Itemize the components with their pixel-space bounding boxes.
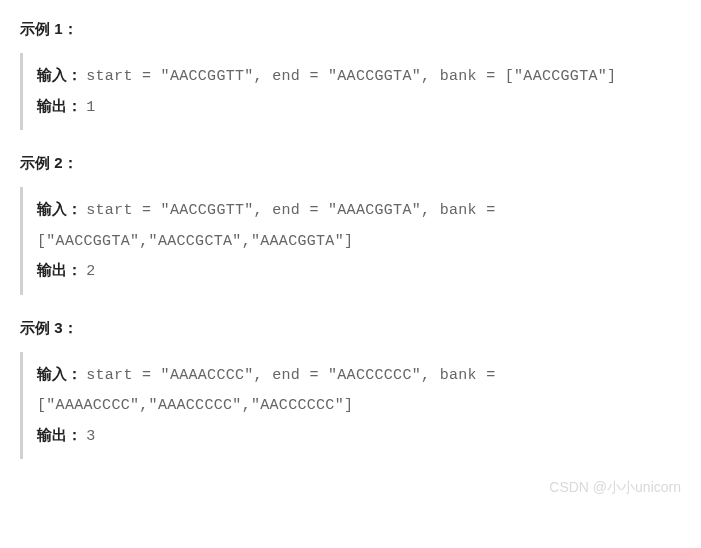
input-line: 输入： start = "AAAACCCC", end = "AACCCCCC"… (37, 360, 681, 421)
output-label: 输出： (37, 426, 82, 443)
input-code: start = "AAAACCCC", end = "AACCCCCC", ba… (37, 367, 495, 415)
input-line: 输入： start = "AACCGGTT", end = "AACCGGTA"… (37, 61, 681, 92)
output-line: 输出： 2 (37, 256, 681, 287)
input-code: start = "AACCGGTT", end = "AAACGGTA", ba… (37, 202, 495, 250)
example-heading: 示例 2： (20, 154, 681, 173)
output-label: 输出： (37, 97, 82, 114)
example-block: 输入： start = "AAAACCCC", end = "AACCCCCC"… (20, 352, 681, 460)
output-label: 输出： (37, 261, 82, 278)
example-block: 输入： start = "AACCGGTT", end = "AAACGGTA"… (20, 187, 681, 295)
output-code: 2 (86, 263, 95, 280)
input-code: start = "AACCGGTT", end = "AACCGGTA", ba… (86, 68, 616, 85)
watermark: CSDN @小小unicorn (549, 479, 681, 497)
example-section-3: 示例 3： 输入： start = "AAAACCCC", end = "AAC… (20, 319, 681, 460)
input-label: 输入： (37, 66, 82, 83)
output-line: 输出： 3 (37, 421, 681, 452)
input-label: 输入： (37, 365, 82, 382)
input-label: 输入： (37, 200, 82, 217)
input-line: 输入： start = "AACCGGTT", end = "AAACGGTA"… (37, 195, 681, 256)
example-section-2: 示例 2： 输入： start = "AACCGGTT", end = "AAA… (20, 154, 681, 295)
output-code: 3 (86, 428, 95, 445)
output-code: 1 (86, 99, 95, 116)
example-section-1: 示例 1： 输入： start = "AACCGGTT", end = "AAC… (20, 20, 681, 130)
example-heading: 示例 1： (20, 20, 681, 39)
example-block: 输入： start = "AACCGGTT", end = "AACCGGTA"… (20, 53, 681, 130)
example-heading: 示例 3： (20, 319, 681, 338)
output-line: 输出： 1 (37, 92, 681, 123)
